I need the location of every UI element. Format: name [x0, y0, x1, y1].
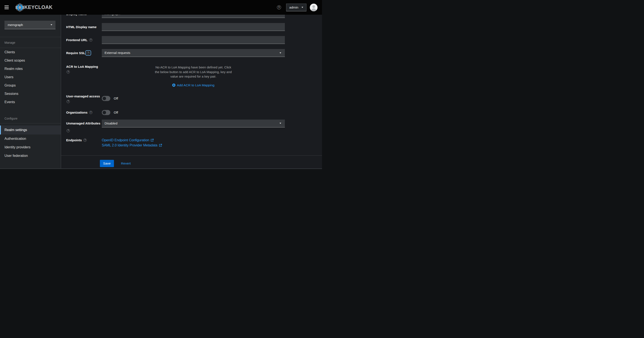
realm-switcher-dropdown[interactable]: memgraph — [4, 21, 56, 29]
form-row-organizations: Organizations ? Off — [66, 110, 285, 115]
plus-circle-icon — [172, 84, 176, 87]
require-ssl-value: External requests — [104, 51, 130, 55]
unmanaged-attributes-select[interactable]: Disabled — [102, 120, 285, 128]
sidebar-item-users[interactable]: Users — [0, 73, 61, 81]
require-ssl-select[interactable]: External requests — [102, 49, 285, 57]
brand-link[interactable]: KEYCLOAK — [16, 3, 52, 12]
form-row-display-name: Display name — [66, 15, 285, 18]
user-managed-access-label: User-managed access — [66, 94, 102, 98]
sidebar-divider — [0, 37, 61, 37]
form-row-acr-mapping: ACR to LoA Mapping ? No ACR to LoA Mappi… — [66, 62, 285, 87]
sidebar-item-client-scopes[interactable]: Client scopes — [0, 56, 61, 65]
display-name-input[interactable] — [102, 15, 285, 18]
help-focus-ring: ? — [85, 50, 91, 56]
add-acr-mapping-button[interactable]: Add ACR to LoA Mapping — [102, 83, 285, 87]
acr-mapping-label: ACR to LoA Mapping — [66, 62, 102, 69]
user-managed-access-toggle[interactable] — [102, 96, 110, 101]
sidebar-item-clients[interactable]: Clients — [0, 48, 61, 56]
sidebar-item-sessions[interactable]: Sessions — [0, 90, 61, 98]
form-row-endpoints: Endpoints ? OpenID Endpoint Configuratio… — [66, 138, 285, 148]
brand-wordmark: KEYCLOAK — [24, 4, 52, 10]
html-display-name-input[interactable] — [102, 23, 285, 31]
revert-button[interactable]: Revert — [121, 160, 131, 167]
organizations-label: Organizations — [66, 111, 88, 114]
question-circle-icon[interactable]: ? — [84, 139, 87, 142]
sidebar-item-realm-settings[interactable]: Realm settings — [0, 126, 61, 135]
chevron-down-icon — [50, 24, 52, 25]
sidebar-item-events[interactable]: Events — [0, 98, 61, 106]
chevron-down-icon — [280, 123, 281, 124]
question-circle-icon[interactable]: ? — [89, 111, 92, 114]
require-ssl-label: Require SSL — [66, 51, 85, 55]
endpoints-label: Endpoints — [66, 138, 82, 142]
question-circle-icon[interactable]: ? — [89, 38, 92, 41]
question-circle-icon[interactable]: ? — [66, 129, 70, 132]
save-button[interactable]: Save — [100, 160, 114, 167]
chevron-down-icon — [280, 52, 281, 53]
display-name-label: Display name — [66, 15, 87, 16]
chevron-down-icon — [302, 7, 303, 8]
question-circle-icon[interactable]: ? — [66, 70, 70, 74]
page-body: memgraph Manage Clients Client scopes Re… — [0, 15, 322, 169]
keycloak-logo-icon — [16, 3, 24, 12]
form-row-require-ssl: Require SSL ? External requests — [66, 49, 285, 57]
form-action-bar: Save Revert — [61, 155, 322, 169]
external-link-icon — [159, 144, 162, 147]
question-circle-icon[interactable]: ? — [66, 100, 70, 103]
realm-settings-form: Display name HTML Display name — [61, 15, 322, 155]
user-managed-access-state: Off — [114, 97, 118, 100]
external-link-icon — [151, 139, 154, 142]
form-row-user-managed-access: User-managed access ? Off — [66, 94, 285, 103]
hamburger-menu-icon[interactable] — [4, 5, 9, 9]
nav-spacer — [0, 123, 61, 126]
form-row-html-display-name: HTML Display name — [66, 23, 285, 31]
sidebar-item-realm-roles[interactable]: Realm roles — [0, 65, 61, 73]
help-icon[interactable]: ? — [277, 5, 281, 9]
form-row-unmanaged-attributes: Unmanaged Attributes ? Disabled — [66, 120, 285, 132]
question-circle-icon[interactable]: ? — [87, 51, 90, 55]
organizations-state: Off — [114, 111, 118, 114]
sidebar-item-authentication[interactable]: Authentication — [0, 135, 61, 143]
frontend-url-label: Frontend URL — [66, 38, 88, 42]
top-header-bar: KEYCLOAK ? admin — [0, 0, 322, 15]
frontend-url-input[interactable] — [102, 36, 285, 44]
user-menu-dropdown[interactable]: admin — [286, 4, 306, 11]
form-row-frontend-url: Frontend URL ? — [66, 36, 285, 44]
sidebar-nav: memgraph Manage Clients Client scopes Re… — [0, 15, 61, 169]
sidebar-item-user-federation[interactable]: User federation — [0, 152, 61, 160]
openid-endpoint-configuration-link[interactable]: OpenID Endpoint Configuration — [102, 138, 154, 143]
nav-section-title-manage: Manage — [4, 41, 61, 44]
keycloak-admin-console: KEYCLOAK ? admin — [0, 0, 322, 169]
html-display-name-label: HTML Display name — [66, 25, 96, 29]
saml-metadata-link[interactable]: SAML 2.0 Identity Provider Metadata — [102, 143, 162, 148]
main-panel: Display name HTML Display name — [61, 15, 322, 169]
page-bottom-edge — [0, 168, 322, 169]
nav-section-title-configure: Configure — [4, 117, 61, 120]
avatar[interactable] — [310, 4, 318, 11]
unmanaged-attributes-value: Disabled — [104, 122, 117, 125]
sidebar-item-groups[interactable]: Groups — [0, 81, 61, 90]
sidebar-item-identity-providers[interactable]: Identity providers — [0, 143, 61, 152]
unmanaged-attributes-label: Unmanaged Attributes — [66, 122, 100, 125]
acr-empty-state: No ACR to LoA Mapping have been defined … — [102, 62, 285, 87]
user-menu-label: admin — [289, 5, 298, 9]
organizations-toggle[interactable] — [102, 110, 110, 115]
current-realm-label: memgraph — [8, 23, 23, 27]
acr-empty-text: No ACR to LoA Mapping have been defined … — [152, 65, 234, 79]
header-toolbar: ? admin — [277, 4, 318, 11]
add-acr-mapping-label: Add ACR to LoA Mapping — [177, 83, 214, 87]
